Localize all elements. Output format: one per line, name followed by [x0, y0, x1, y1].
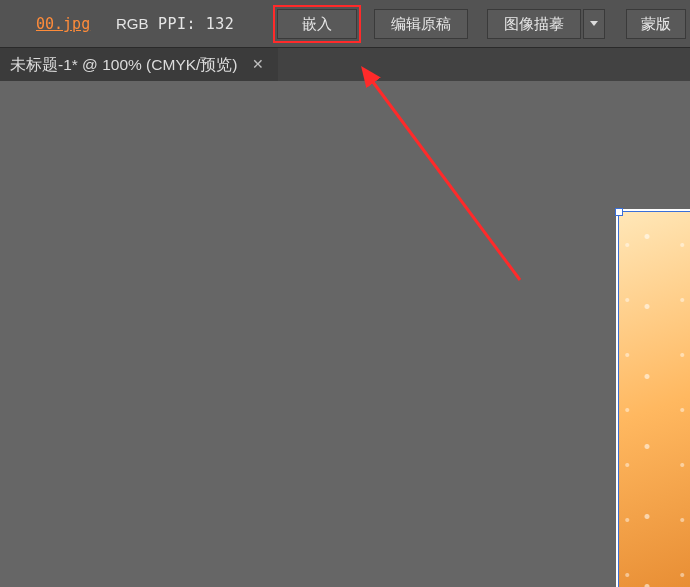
placed-image[interactable] — [619, 212, 690, 587]
image-trace-button[interactable]: 图像描摹 — [487, 9, 581, 39]
selection-handle-top-left[interactable] — [615, 208, 623, 216]
mask-button[interactable]: 蒙版 — [626, 9, 686, 39]
document-tab-active[interactable]: 未标题-1* @ 100% (CMYK/预览) ✕ — [0, 48, 278, 81]
edit-original-button[interactable]: 编辑原稿 — [374, 9, 468, 39]
ppi-label: PPI: 132 — [158, 15, 234, 33]
options-bar: 00.jpg RGB PPI: 132 嵌入 编辑原稿 图像描摹 蒙版 — [0, 0, 690, 48]
close-icon[interactable]: ✕ — [252, 48, 264, 81]
color-mode-label: RGB — [116, 15, 149, 32]
embed-button[interactable]: 嵌入 — [277, 9, 357, 39]
linked-file-name[interactable]: 00.jpg — [36, 15, 90, 33]
canvas-area[interactable] — [0, 81, 690, 587]
document-tab-title: 未标题-1* @ 100% (CMYK/预览) — [10, 48, 238, 81]
document-tab-strip: 未标题-1* @ 100% (CMYK/预览) ✕ — [0, 48, 690, 82]
image-trace-dropdown[interactable] — [583, 9, 605, 39]
chevron-down-icon — [590, 21, 598, 26]
